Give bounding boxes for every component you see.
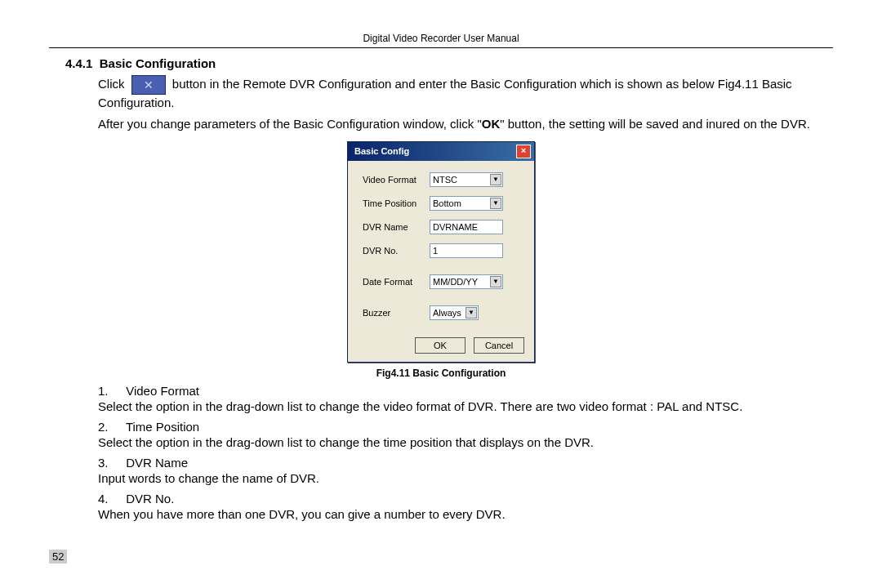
item-number: 1. bbox=[98, 384, 122, 398]
list-item: 4. DVR No. bbox=[98, 492, 833, 506]
item-desc: Select the option in the drag-down list … bbox=[98, 399, 833, 413]
item-desc: Input words to change the name of DVR. bbox=[98, 471, 833, 485]
para2-ok: OK bbox=[482, 117, 501, 131]
label-video-format: Video Format bbox=[363, 175, 430, 185]
para1-prefix: Click bbox=[98, 77, 125, 91]
item-number: 4. bbox=[98, 492, 122, 506]
video-format-value: NTSC bbox=[433, 175, 457, 185]
item-number: 3. bbox=[98, 456, 122, 470]
header-divider bbox=[49, 47, 833, 48]
list-item: 3. DVR Name bbox=[98, 456, 833, 470]
item-title: DVR No. bbox=[126, 492, 174, 506]
dialog-title: Basic Config bbox=[354, 146, 409, 156]
intro-paragraph-2: After you change parameters of the Basic… bbox=[98, 116, 825, 132]
label-date-format: Date Format bbox=[363, 277, 430, 287]
dialog-titlebar: Basic Config × bbox=[348, 142, 534, 161]
video-format-dropdown[interactable]: NTSC ▼ bbox=[430, 172, 503, 187]
dvr-name-value: DVRNAME bbox=[433, 222, 478, 232]
date-format-dropdown[interactable]: MM/DD/YY ▼ bbox=[430, 274, 503, 289]
item-title: DVR Name bbox=[126, 456, 188, 470]
chevron-down-icon: ▼ bbox=[466, 307, 477, 318]
config-tool-icon bbox=[131, 75, 166, 95]
section-name: Basic Configuration bbox=[100, 56, 216, 70]
chevron-down-icon: ▼ bbox=[490, 174, 501, 185]
page-number: 52 bbox=[49, 550, 67, 564]
buzzer-dropdown[interactable]: Always ▼ bbox=[430, 305, 479, 320]
section-title: 4.4.1 Basic Configuration bbox=[65, 56, 833, 70]
manual-header: Digital Video Recorder User Manual bbox=[49, 33, 833, 44]
basic-config-dialog: Basic Config × Video Format NTSC ▼ Time … bbox=[347, 141, 535, 363]
buzzer-value: Always bbox=[433, 308, 461, 318]
close-button[interactable]: × bbox=[516, 145, 531, 158]
para2-a: After you change parameters of the Basic… bbox=[98, 117, 482, 131]
label-buzzer: Buzzer bbox=[363, 308, 430, 318]
date-format-value: MM/DD/YY bbox=[433, 277, 478, 287]
intro-paragraph-1: Click button in the Remote DVR Configura… bbox=[98, 75, 825, 111]
section-number: 4.4.1 bbox=[65, 56, 92, 70]
item-title: Video Format bbox=[126, 384, 199, 398]
para2-b: " button, the setting will be saved and … bbox=[500, 117, 810, 131]
dvr-name-input[interactable]: DVRNAME bbox=[430, 220, 503, 234]
item-desc: When you have more than one DVR, you can… bbox=[98, 507, 833, 521]
para1-suffix: button in the Remote DVR Configuration a… bbox=[98, 77, 792, 109]
item-desc: Select the option in the drag-down list … bbox=[98, 435, 833, 449]
item-title: Time Position bbox=[126, 420, 199, 434]
dvr-no-input[interactable]: 1 bbox=[430, 243, 503, 258]
ok-button[interactable]: OK bbox=[415, 337, 466, 354]
label-time-position: Time Position bbox=[363, 198, 430, 208]
cancel-button[interactable]: Cancel bbox=[474, 337, 524, 354]
list-item: 1. Video Format bbox=[98, 384, 833, 398]
chevron-down-icon: ▼ bbox=[490, 198, 501, 209]
chevron-down-icon: ▼ bbox=[490, 276, 501, 287]
time-position-dropdown[interactable]: Bottom ▼ bbox=[430, 196, 503, 211]
label-dvr-name: DVR Name bbox=[363, 222, 430, 232]
dvr-no-value: 1 bbox=[433, 246, 438, 256]
label-dvr-no: DVR No. bbox=[363, 246, 430, 256]
list-item: 2. Time Position bbox=[98, 420, 833, 434]
time-position-value: Bottom bbox=[433, 198, 461, 208]
figure-caption: Fig4.11 Basic Configuration bbox=[49, 368, 833, 379]
item-number: 2. bbox=[98, 420, 122, 434]
